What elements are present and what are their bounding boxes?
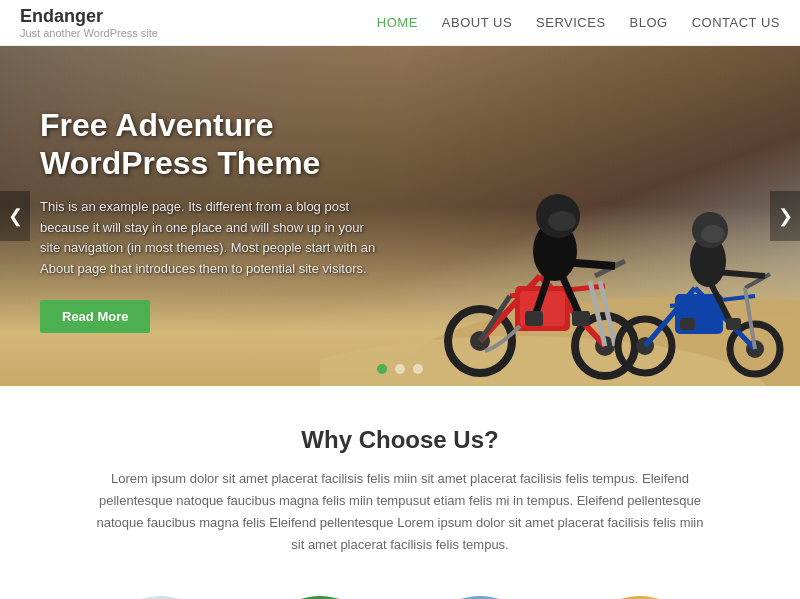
- hero-content: Free Adventure WordPress Theme This is a…: [40, 106, 380, 333]
- slider-dot-1[interactable]: [395, 364, 405, 374]
- logo: Endanger Just another WordPress site: [20, 6, 158, 39]
- nav-item-home[interactable]: HOME: [377, 15, 418, 30]
- svg-rect-39: [726, 318, 741, 330]
- main-nav: HOMEABOUT USSERVICESBLOGCONTACT US: [377, 15, 780, 30]
- slider-next-button[interactable]: ❯: [770, 191, 800, 241]
- why-title: Why Choose Us?: [60, 426, 740, 454]
- nav-item-about-us[interactable]: ABOUT US: [442, 15, 512, 30]
- nav-item-services[interactable]: SERVICES: [536, 15, 606, 30]
- why-choose-us-section: Why Choose Us? Lorem ipsum dolor sit ame…: [0, 386, 800, 599]
- site-header: Endanger Just another WordPress site HOM…: [0, 0, 800, 46]
- hero-title: Free Adventure WordPress Theme: [40, 106, 380, 183]
- nav-item-contact-us[interactable]: CONTACT US: [692, 15, 780, 30]
- slider-dot-0[interactable]: [377, 364, 387, 374]
- svg-point-17: [548, 211, 576, 231]
- hero-scene-svg: [320, 86, 800, 386]
- svg-rect-21: [525, 311, 543, 326]
- why-description: Lorem ipsum dolor sit amet placerat faci…: [90, 468, 710, 556]
- nav-item-blog[interactable]: BLOG: [630, 15, 668, 30]
- logo-subtitle: Just another WordPress site: [20, 27, 158, 39]
- hero-description: This is an example page. Its different f…: [40, 197, 380, 280]
- slider-dots: [377, 364, 423, 374]
- chevron-right-icon: ❯: [778, 205, 793, 227]
- svg-line-18: [550, 261, 615, 266]
- svg-point-35: [701, 225, 725, 243]
- hero-section: Free Adventure WordPress Theme This is a…: [0, 46, 800, 386]
- svg-rect-38: [680, 318, 695, 330]
- logo-title: Endanger: [20, 6, 158, 27]
- activity-circles-row: ⛷🚣🏍🏎: [60, 586, 740, 599]
- hero-cta-button[interactable]: Read More: [40, 300, 150, 333]
- svg-rect-22: [572, 311, 590, 326]
- slider-prev-button[interactable]: ❮: [0, 191, 30, 241]
- slider-dot-2[interactable]: [413, 364, 423, 374]
- chevron-left-icon: ❮: [8, 205, 23, 227]
